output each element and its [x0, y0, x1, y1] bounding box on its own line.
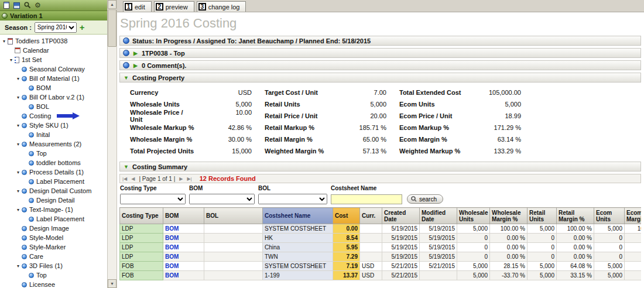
- expand-arrow-icon[interactable]: ▾: [15, 95, 21, 100]
- column-header-costing-type[interactable]: Costing Type: [120, 208, 163, 224]
- tab-edit[interactable]: 1edit: [123, 1, 152, 12]
- tree-item-3d-files-1-[interactable]: ▾3D Files (1): [0, 261, 107, 270]
- column-header-modified-date[interactable]: Modified Date: [420, 208, 457, 224]
- tree-item-calendar[interactable]: Calendar: [0, 46, 107, 55]
- costsheet-name-filter-input[interactable]: [331, 194, 402, 204]
- settings-icon[interactable]: ⚙: [34, 2, 42, 9]
- section-comments-header[interactable]: ▶ 0 Comment(s).: [119, 60, 641, 70]
- section-costing-property-header[interactable]: ▼ Costing Property: [119, 73, 641, 83]
- tree-item-design-detail[interactable]: Design Detail: [0, 196, 107, 205]
- column-header-curr-[interactable]: Curr.: [360, 208, 382, 224]
- tree-item-label-placement[interactable]: Label Placement: [0, 177, 107, 186]
- property-cell: CurrencyUSD: [130, 89, 265, 96]
- expand-arrow-icon[interactable]: ▾: [15, 188, 21, 194]
- tree-item-measurements-2-[interactable]: ▾Measurements (2): [0, 139, 107, 149]
- cell: FOB: [120, 271, 163, 280]
- table-row[interactable]: FOBBOM1-19913.37USD5/21/20155,000-33.70 …: [120, 271, 642, 280]
- property-value: 10.00: [196, 109, 252, 123]
- last-page-icon[interactable]: ▶|: [187, 176, 191, 181]
- scroll-up-icon[interactable]: ▲: [108, 0, 117, 9]
- column-header-bom[interactable]: BOM: [163, 208, 204, 224]
- column-header-ecom-units[interactable]: Ecom Units: [594, 208, 625, 224]
- column-header-retail-units[interactable]: Retail Units: [527, 208, 557, 224]
- sidebar-scrollbar[interactable]: ▲ ▼: [107, 0, 117, 288]
- search-icon[interactable]: [23, 2, 31, 9]
- tree-item-licensee[interactable]: Licensee: [0, 280, 107, 288]
- section-style-header[interactable]: ▶ 1TP0038 - Top: [119, 48, 641, 58]
- add-season-button[interactable]: +: [80, 23, 85, 32]
- expand-arrow-icon[interactable]: ▶: [132, 63, 139, 68]
- column-header-cost[interactable]: Cost: [333, 208, 360, 224]
- tree-item-toddlers-1tp0038[interactable]: ▾Toddlers 1TP0038: [0, 36, 107, 46]
- season-select[interactable]: Spring 2016: [35, 22, 77, 33]
- tree-item-design-image[interactable]: Design Image: [0, 224, 107, 233]
- collapse-arrow-icon[interactable]: ▼: [123, 164, 129, 170]
- column-header-retail-margin-[interactable]: Retail Margin %: [557, 208, 594, 224]
- expand-arrow-icon[interactable]: ▾: [15, 207, 21, 212]
- tree-item-label-placement[interactable]: Label Placement: [0, 214, 107, 224]
- save-icon[interactable]: [13, 2, 20, 9]
- column-header-wholesale-margin-[interactable]: Wholesale Margin %: [490, 208, 527, 224]
- tree-item-style-model[interactable]: Style-Model: [0, 233, 107, 242]
- table-row[interactable]: LDPBOMTWN7.295/19/20155/19/201500.00 %00…: [120, 252, 642, 262]
- property-cell: Weighted Margin %57.13 %: [265, 148, 399, 155]
- table-row[interactable]: FOBBOMSYSTEM COSTSHEET7.19USD5/21/20155/…: [120, 262, 642, 271]
- tree-item-top[interactable]: Top: [0, 270, 107, 280]
- tree-item-seasonal-colorway[interactable]: Seasonal Colorway: [0, 64, 107, 74]
- bom-link[interactable]: BOM: [163, 243, 204, 252]
- bom-link[interactable]: BOM: [163, 224, 204, 234]
- tab-preview[interactable]: 2preview: [154, 1, 194, 12]
- tree-item-bol[interactable]: BOL: [0, 102, 107, 111]
- bom-link[interactable]: BOM: [163, 252, 204, 262]
- prev-page-icon[interactable]: ◀: [131, 176, 135, 181]
- tree-item-bom[interactable]: BOM: [0, 83, 107, 92]
- expand-arrow-icon[interactable]: ▾: [1, 39, 7, 44]
- table-row[interactable]: LDPBOMSYSTEM COSTSHEET0.005/19/20155/19/…: [120, 224, 642, 234]
- tree-item-1st-set[interactable]: ▾1st Set: [0, 55, 107, 64]
- collapse-arrow-icon[interactable]: ▼: [123, 75, 129, 81]
- expand-arrow-icon[interactable]: ▾: [15, 263, 21, 269]
- bom-filter-select[interactable]: [189, 194, 255, 204]
- column-header-costsheet-name[interactable]: Costsheet Name: [263, 208, 333, 224]
- variation-header[interactable]: Variation 1: [0, 11, 107, 20]
- search-button[interactable]: search: [407, 194, 443, 204]
- expand-arrow-icon[interactable]: ▾: [15, 170, 21, 175]
- tree-item-style-sku-1-[interactable]: ▾Style SKU (1): [0, 121, 107, 130]
- bol-filter-select[interactable]: [258, 194, 327, 204]
- tree-item-process-details-1-[interactable]: ▾Process Details (1): [0, 167, 107, 177]
- expand-arrow-icon[interactable]: ▾: [15, 142, 21, 147]
- bom-link[interactable]: BOM: [163, 234, 204, 243]
- tree-item-style-marker[interactable]: Style-Marker: [0, 242, 107, 252]
- tree-item-bill-of-labor-v-2-1-[interactable]: ▾Bill Of Labor v.2 (1): [0, 92, 107, 102]
- bom-link[interactable]: BOM: [163, 271, 204, 280]
- cell: 0.00 %: [625, 243, 642, 252]
- bom-link[interactable]: BOM: [163, 262, 204, 271]
- document-icon[interactable]: [2, 2, 10, 9]
- expand-arrow-icon[interactable]: ▾: [15, 123, 21, 128]
- tree-item-design-detail-custom[interactable]: ▾Design Detail Custom: [0, 186, 107, 196]
- scroll-down-icon[interactable]: ▼: [108, 279, 117, 288]
- table-row[interactable]: LDPBOMChina5.955/19/20155/19/201500.00 %…: [120, 243, 642, 252]
- expand-arrow-icon[interactable]: ▾: [15, 76, 21, 81]
- scrollbar-thumb[interactable]: [108, 9, 117, 47]
- tree-item-care[interactable]: Care: [0, 252, 107, 261]
- tree-item-bill-of-material-1-[interactable]: ▾Bill of Material (1): [0, 74, 107, 83]
- tab-change-log[interactable]: 3change log: [197, 1, 246, 12]
- section-costing-summary-header[interactable]: ▼ Costing Summary: [119, 162, 641, 172]
- first-page-icon[interactable]: |◀: [122, 176, 127, 181]
- column-header-wholesale-units[interactable]: Wholesale Units: [457, 208, 490, 224]
- column-header-bol[interactable]: BOL: [204, 208, 263, 224]
- tree-item-inital[interactable]: Inital: [0, 130, 107, 139]
- column-header-created-date[interactable]: Created Date: [382, 208, 420, 224]
- table-row[interactable]: LDPBOMHK8.545/19/20155/19/201500.00 %00.…: [120, 234, 642, 243]
- next-page-icon[interactable]: ▶: [179, 176, 183, 181]
- tree-item-toddler-bottoms[interactable]: toddler bottoms: [0, 158, 107, 167]
- expand-arrow-icon[interactable]: ▾: [8, 57, 14, 63]
- tree-item-text-image-1-[interactable]: ▾Text-Image- (1): [0, 205, 107, 214]
- column-header-ecom-margin-[interactable]: Ecom Margin %: [625, 208, 642, 224]
- tree-item-costing[interactable]: Costing: [0, 111, 107, 121]
- expand-arrow-icon[interactable]: ▶: [132, 50, 139, 56]
- tree-item-top[interactable]: Top: [0, 149, 107, 158]
- costing-type-filter-select[interactable]: [120, 194, 186, 204]
- cell: [360, 234, 382, 243]
